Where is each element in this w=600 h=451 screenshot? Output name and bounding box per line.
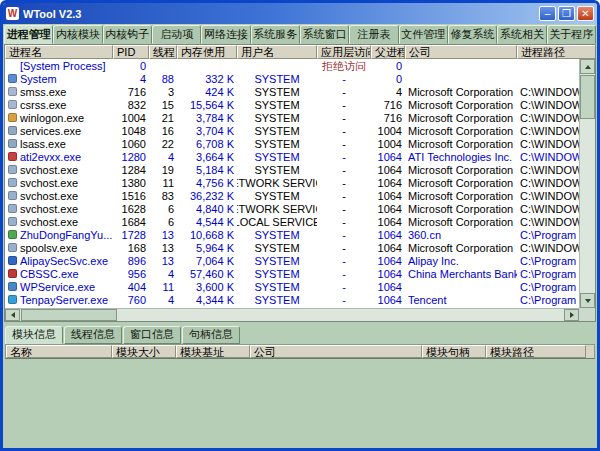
- process-cell: C:\WINDOWS\syst: [517, 189, 579, 202]
- minimize-button[interactable]: –: [539, 6, 556, 21]
- process-cell: 4,840 K: [177, 202, 237, 215]
- process-cell: -: [317, 176, 371, 189]
- process-cell: -: [317, 124, 371, 137]
- process-name: [System Process]: [20, 60, 106, 72]
- module-column-header[interactable]: 模块大小: [112, 345, 176, 358]
- process-cell: -: [317, 163, 371, 176]
- process-row[interactable]: svchost.exe168464,544 KLOCAL SERVICE-106…: [5, 215, 579, 228]
- process-cell: 0: [371, 72, 405, 85]
- process-cell: 21: [149, 111, 177, 124]
- process-name: TenpayServer.exe: [20, 294, 108, 306]
- tab-10[interactable]: 修复系统: [448, 25, 497, 44]
- process-column-header[interactable]: 父进程: [371, 45, 405, 59]
- vertical-scroll-thumb[interactable]: [580, 75, 595, 119]
- process-cell: 4,344 K: [177, 293, 237, 306]
- process-row[interactable]: lsass.exe1060226,708 KSYSTEM-1004Microso…: [5, 137, 579, 150]
- process-row[interactable]: svchost.exe162864,840 KNETWORK SERVICE-1…: [5, 202, 579, 215]
- process-cell: [177, 59, 237, 72]
- module-column-header[interactable]: 公司: [250, 345, 422, 358]
- process-row[interactable]: svchost.exe15168336,232 KSYSTEM-1064Micr…: [5, 189, 579, 202]
- module-column-header[interactable]: 名称: [6, 345, 112, 358]
- titlebar[interactable]: W WTool V2.3 – ❐ ✕: [3, 3, 597, 24]
- process-cell: SYSTEM: [237, 98, 317, 111]
- process-name: System: [20, 73, 57, 85]
- process-row[interactable]: WPService.exe404113,600 KSYSTEM-1064C:\P…: [5, 280, 579, 293]
- process-cell: svchost.exe: [5, 163, 113, 176]
- process-cell: -: [317, 137, 371, 150]
- process-cell: C:\Program File: [517, 254, 579, 267]
- process-cell: 6: [149, 202, 177, 215]
- process-cell: SYSTEM: [237, 254, 317, 267]
- tab-5[interactable]: 网络连接: [201, 25, 250, 44]
- process-cell: C:\Program File: [517, 280, 579, 293]
- process-row[interactable]: services.exe1048163,704 KSYSTEM-1004Micr…: [5, 124, 579, 137]
- process-cell: C:\WINDOWS\syst: [517, 124, 579, 137]
- module-column-header[interactable]: 模块路径: [486, 345, 586, 358]
- process-column-header[interactable]: 内存使用: [177, 45, 237, 59]
- process-name: ati2evxx.exe: [20, 151, 81, 163]
- process-column-header[interactable]: 进程路径: [517, 45, 595, 59]
- scroll-left-button[interactable]: [5, 309, 20, 321]
- process-cell: 760: [113, 293, 149, 306]
- scroll-right-button[interactable]: [564, 309, 579, 321]
- process-row[interactable]: svchost.exe1380114,756 KNETWORK SERVICE-…: [5, 176, 579, 189]
- horizontal-scroll-thumb[interactable]: [21, 309, 117, 321]
- process-cell: C:\WINDOWS\syst: [517, 163, 579, 176]
- process-cell: [System Process]: [5, 59, 113, 72]
- tab-3[interactable]: 内核钩子: [103, 25, 152, 44]
- process-column-header[interactable]: 线程: [149, 45, 177, 59]
- process-row[interactable]: spoolsv.exe168135,964 KSYSTEM-1064Micros…: [5, 241, 579, 254]
- close-button[interactable]: ✕: [577, 6, 594, 21]
- tab-8[interactable]: 注册表: [349, 25, 398, 44]
- process-row[interactable]: System488332 KSYSTEM-0: [5, 72, 579, 85]
- process-cell: 6,708 K: [177, 137, 237, 150]
- process-row[interactable]: winlogon.exe1004213,784 KSYSTEM-716Micro…: [5, 111, 579, 124]
- tab-2[interactable]: 内核模块: [53, 25, 102, 44]
- process-cell: 3,704 K: [177, 124, 237, 137]
- tab-7[interactable]: 系统窗口: [300, 25, 349, 44]
- process-column-header[interactable]: PID: [113, 45, 149, 59]
- process-row[interactable]: CBSSC.exe956457,460 KSYSTEM-1064China Me…: [5, 267, 579, 280]
- process-cell: ATI Technologies Inc.: [405, 150, 517, 163]
- maximize-button[interactable]: ❐: [558, 6, 575, 21]
- tab-1[interactable]: 进程管理: [4, 25, 53, 44]
- vertical-scrollbar[interactable]: [579, 59, 595, 308]
- process-row[interactable]: smss.exe7163424 KSYSTEM-4Microsoft Corpo…: [5, 85, 579, 98]
- process-row[interactable]: AlipaySecSvc.exe896137,064 KSYSTEM-1064A…: [5, 254, 579, 267]
- process-cell: SYSTEM: [237, 280, 317, 293]
- process-row[interactable]: TenpayServer.exe76044,344 KSYSTEM-1064Te…: [5, 293, 579, 306]
- process-row[interactable]: ZhuDongFangYu...17281310,668 KSYSTEM-106…: [5, 228, 579, 241]
- tab-11[interactable]: 系统相关: [497, 25, 546, 44]
- tab-12[interactable]: 关于程序: [547, 25, 596, 44]
- process-column-header[interactable]: 公司: [405, 45, 517, 59]
- process-cell: SYSTEM: [237, 267, 317, 280]
- bottom-tab-4[interactable]: 句柄信息: [182, 326, 240, 344]
- bottom-tab-1[interactable]: 模块信息: [5, 326, 63, 344]
- process-row[interactable]: csrss.exe8321515,564 KSYSTEM-716Microsof…: [5, 98, 579, 111]
- process-row[interactable]: [System Process]0拒绝访问0: [5, 59, 579, 72]
- process-cell: -: [317, 280, 371, 293]
- process-row[interactable]: ati2evxx.exe128043,664 KSYSTEM-1064ATI T…: [5, 150, 579, 163]
- process-cell: spoolsv.exe: [5, 241, 113, 254]
- process-row[interactable]: svchost.exe1284195,184 KSYSTEM-1064Micro…: [5, 163, 579, 176]
- tab-4[interactable]: 启动项: [152, 25, 201, 44]
- module-column-header[interactable]: 模块句柄: [422, 345, 486, 358]
- process-icon: [8, 126, 17, 135]
- process-name: svchost.exe: [20, 203, 78, 215]
- process-cell: 13: [149, 254, 177, 267]
- process-column-header[interactable]: 进程名: [5, 45, 113, 59]
- bottom-tab-2[interactable]: 线程信息: [64, 326, 122, 344]
- scroll-down-button[interactable]: [580, 293, 595, 308]
- tab-6[interactable]: 系统服务: [251, 25, 300, 44]
- process-cell: 88: [149, 72, 177, 85]
- scroll-up-button[interactable]: [580, 59, 595, 74]
- process-cell: Microsoft Corporation: [405, 137, 517, 150]
- process-icon: [8, 87, 17, 96]
- process-cell: C:\WINDOWS\syst: [517, 176, 579, 189]
- horizontal-scrollbar[interactable]: [5, 308, 579, 321]
- tab-9[interactable]: 文件管理: [399, 25, 448, 44]
- process-column-header[interactable]: 用户名: [237, 45, 317, 59]
- process-column-header[interactable]: 应用层访问: [317, 45, 371, 59]
- module-column-header[interactable]: 模块基址: [176, 345, 250, 358]
- bottom-tab-3[interactable]: 窗口信息: [123, 326, 181, 344]
